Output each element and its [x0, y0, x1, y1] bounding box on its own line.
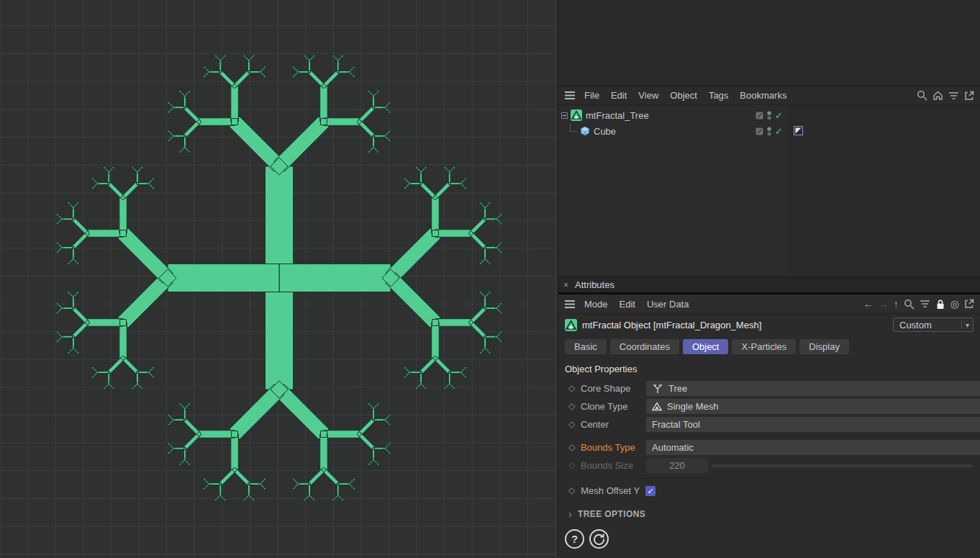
clone-type-dropdown[interactable]: Single Mesh ▾ [646, 399, 980, 414]
filter-icon[interactable] [948, 91, 959, 100]
menu-bookmarks[interactable]: Bookmarks [740, 90, 786, 101]
display-tag-icon[interactable] [794, 126, 803, 135]
row-divider [558, 502, 980, 503]
field-row-mesh-offset-y: ◇ Mesh Offset Y ✓ [558, 482, 980, 500]
cube-object-icon [580, 126, 590, 136]
mtfractal-object-icon [565, 319, 577, 331]
field-row-bounds-type: ◇ Bounds Type Automatic ▾ [558, 438, 980, 456]
field-row-center: ◇ Center Fractal Tool ▾ [558, 415, 980, 433]
chevron-right-icon: › [568, 508, 572, 519]
dropdown-value: Automatic [652, 442, 694, 453]
field-row-core-shape: ◇ Core Shape Tree ▾ [558, 379, 980, 397]
help-button[interactable]: ? [565, 529, 584, 549]
hamburger-menu-icon[interactable] [564, 300, 576, 309]
center-dropdown[interactable]: Fractal Tool ▾ [646, 417, 980, 432]
menu-mode[interactable]: Mode [584, 299, 608, 310]
bounds-type-dropdown[interactable]: Automatic ▾ [646, 440, 980, 455]
editor-render-dots-icon[interactable] [767, 127, 771, 136]
attributes-object-header: mtFractal Object [mtFractal_Dragon_Mesh]… [558, 314, 980, 336]
bounds-size-value[interactable]: 220 [646, 458, 708, 473]
tree-options-group-header[interactable]: › TREE OPTIONS [558, 505, 980, 523]
dropdown-value: Single Mesh [667, 401, 719, 412]
close-icon[interactable]: × [563, 280, 568, 290]
popout-icon[interactable] [964, 299, 974, 309]
preset-value: Custom [894, 320, 961, 330]
row-divider [558, 478, 980, 479]
enabled-check-icon[interactable]: ✓ [775, 110, 783, 121]
object-row-mtfractal-tree[interactable]: mtFractal_Tree ✓ [558, 107, 980, 123]
attributes-footer: ? [558, 523, 980, 549]
chevron-down-icon: ▾ [961, 321, 973, 329]
group-title: TREE OPTIONS [578, 509, 645, 519]
back-icon[interactable]: ← [863, 299, 874, 309]
up-icon[interactable]: ↑ [894, 299, 899, 309]
object-manager-tree: mtFractal_Tree ✓ Cube [558, 105, 980, 276]
object-manager-menubar: File Edit View Object Tags Bookmarks [558, 86, 980, 105]
search-icon[interactable] [917, 90, 927, 101]
menu-object[interactable]: Object [670, 90, 697, 101]
viewport-3d[interactable] [0, 0, 558, 558]
mesh-offset-y-checkbox[interactable]: ✓ [645, 486, 655, 496]
param-diamond-icon: ◇ [568, 397, 575, 415]
enabled-check-icon[interactable]: ✓ [775, 126, 783, 137]
visibility-toggle-icon[interactable] [756, 127, 763, 135]
object-row-cube[interactable]: Cube ✓ [558, 123, 980, 139]
field-label: Core Shape [581, 379, 630, 397]
target-icon[interactable]: ◎ [950, 299, 959, 309]
empty-panel-area [558, 0, 980, 86]
field-label: Bounds Type [581, 438, 635, 456]
param-diamond-icon: ◇ [568, 438, 575, 456]
attributes-menubar: Mode Edit User Data ← → ↑ ◎ [558, 294, 980, 314]
help-icon: ? [571, 533, 578, 545]
core-shape-dropdown[interactable]: Tree ▾ [646, 381, 980, 396]
tab-display[interactable]: Display [799, 339, 849, 354]
field-label: Center [581, 415, 609, 433]
reload-button[interactable] [589, 529, 609, 549]
tab-object[interactable]: Object [683, 339, 729, 354]
expand-toggle-icon[interactable] [561, 112, 568, 119]
hamburger-menu-icon[interactable] [564, 91, 576, 100]
field-label: Bounds Size [581, 456, 633, 474]
dropdown-value: Tree [668, 383, 687, 394]
lock-icon[interactable] [935, 299, 945, 310]
param-diamond-icon: ◇ [568, 456, 575, 474]
field-label: Mesh Offset Y [581, 485, 640, 496]
menu-edit[interactable]: Edit [611, 90, 627, 101]
tree-connector [570, 123, 577, 132]
field-row-clone-type: ◇ Clone Type Single Mesh ▾ [558, 397, 980, 415]
row-divider [558, 436, 980, 436]
app-window: File Edit View Object Tags Bookmarks [0, 0, 980, 558]
forward-icon[interactable]: → [879, 299, 889, 309]
right-panel: File Edit View Object Tags Bookmarks [558, 0, 980, 558]
dropdown-value: Fractal Tool [652, 419, 700, 430]
tree-shape-icon [652, 384, 663, 394]
preset-dropdown[interactable]: Custom ▾ [893, 318, 974, 332]
menu-tags[interactable]: Tags [709, 90, 728, 101]
param-diamond-icon: ◇ [568, 379, 575, 397]
mtfractal-object-icon [571, 109, 582, 121]
editor-render-dots-icon[interactable] [767, 111, 771, 120]
field-label: Clone Type [581, 397, 628, 415]
filter-icon[interactable] [920, 300, 930, 308]
tab-coordinates[interactable]: Coordinates [610, 339, 679, 354]
menu-file[interactable]: File [584, 90, 599, 101]
popout-icon[interactable] [964, 91, 974, 101]
field-row-bounds-size: ◇ Bounds Size 220 [558, 456, 980, 474]
reload-icon [593, 533, 605, 545]
param-diamond-icon: ◇ [568, 415, 575, 433]
tab-basic[interactable]: Basic [565, 339, 607, 354]
param-diamond-icon: ◇ [568, 482, 575, 500]
search-icon[interactable] [904, 299, 915, 310]
attributes-tabs: Basic Coordinates Object X-Particles Dis… [558, 336, 980, 357]
menu-user-data[interactable]: User Data [647, 299, 689, 310]
menu-edit[interactable]: Edit [620, 299, 635, 310]
object-title: mtFractal Object [mtFractal_Dragon_Mesh] [582, 320, 761, 330]
bounds-size-slider[interactable] [712, 464, 973, 467]
menu-view[interactable]: View [638, 90, 658, 101]
tab-x-particles[interactable]: X-Particles [732, 339, 796, 354]
visibility-toggle-icon[interactable] [756, 112, 763, 120]
object-name: Cube [594, 126, 616, 137]
attributes-titlebar: × Attributes [558, 276, 980, 292]
home-icon[interactable] [933, 90, 943, 101]
object-name: mtFractal_Tree [586, 110, 649, 121]
